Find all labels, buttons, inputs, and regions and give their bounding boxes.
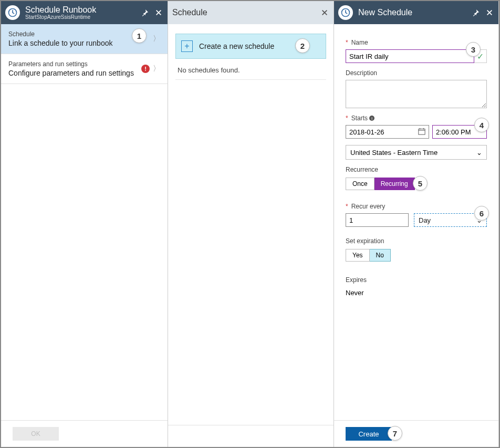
blade-footer [168, 425, 334, 447]
recurrence-label: Recurrence [346, 166, 487, 173]
new-schedule-form: *Name 3 ✓ Description *Starts i 2018-01-… [334, 24, 498, 302]
start-date-value: 2018-01-26 [349, 128, 384, 136]
clock-icon [338, 5, 353, 20]
svg-rect-2 [419, 129, 425, 134]
azure-portal-blades: Schedule Runbook StartStopAzureSsisRunti… [0, 0, 500, 448]
start-date-input[interactable]: 2018-01-26 [346, 125, 429, 139]
chevron-right-icon: 〉 [153, 64, 160, 74]
step-desc: Link a schedule to your runbook [8, 39, 153, 47]
recur-every-label: *Recur every [346, 203, 487, 210]
callout-4: 4 [474, 118, 489, 132]
create-schedule-label: Create a new schedule [199, 42, 274, 50]
info-icon[interactable]: i [369, 116, 374, 121]
step-schedule[interactable]: Schedule Link a schedule to your runbook… [1, 24, 168, 54]
blade-footer: OK [1, 420, 168, 447]
chevron-right-icon: 〉 [153, 34, 160, 44]
description-input[interactable] [346, 80, 487, 108]
recurrence-recurring[interactable]: Recurring [374, 178, 415, 190]
pin-icon[interactable] [472, 9, 480, 16]
blade-header: Schedule Runbook StartStopAzureSsisRunti… [1, 1, 168, 24]
ok-button[interactable]: OK [13, 427, 59, 441]
recur-unit-value: Day [419, 216, 431, 224]
step-desc: Configure parameters and run settings [8, 69, 141, 77]
starts-label: *Starts i [346, 114, 487, 122]
plus-icon: + [181, 40, 193, 52]
timezone-value: United States - Eastern Time [350, 149, 438, 157]
expiration-no[interactable]: No [370, 249, 391, 262]
close-icon[interactable] [155, 9, 162, 16]
no-schedules-text: No schedules found. [168, 66, 334, 74]
callout-5: 5 [413, 176, 428, 191]
recur-value-input[interactable] [346, 213, 409, 227]
calendar-icon[interactable] [418, 128, 425, 137]
blade-title: Schedule Runbook [25, 5, 141, 15]
create-schedule-button[interactable]: + Create a new schedule 2 [175, 34, 326, 59]
name-label: *Name [346, 39, 487, 46]
expiration-yes[interactable]: Yes [346, 249, 370, 262]
close-icon[interactable] [486, 9, 493, 16]
recurrence-once[interactable]: Once [346, 178, 374, 190]
create-button[interactable]: Create [346, 427, 392, 441]
blade-subtitle: StartStopAzureSsisRuntime [25, 14, 141, 20]
callout-1: 1 [132, 28, 147, 43]
divider [175, 79, 326, 80]
error-badge-icon: ! [141, 65, 150, 73]
recurrence-toggle: Once Recurring 5 [346, 178, 487, 190]
clock-icon [5, 5, 20, 20]
close-icon[interactable] [321, 9, 328, 16]
blade-new-schedule: New Schedule *Name 3 ✓ Description *Star… [334, 1, 499, 447]
callout-6: 6 [474, 206, 489, 221]
pin-icon[interactable] [141, 9, 149, 16]
expires-value: Never [346, 289, 487, 297]
timezone-select[interactable]: United States - Eastern Time ⌄ [346, 145, 487, 160]
callout-2: 2 [295, 38, 310, 53]
description-label: Description [346, 69, 487, 77]
blade-title: Schedule [172, 8, 321, 17]
chevron-down-icon: ⌄ [476, 149, 482, 157]
step-parameters[interactable]: Parameters and run settings Configure pa… [1, 54, 168, 84]
blade-schedule: Schedule + Create a new schedule 2 No sc… [168, 1, 334, 447]
expiration-toggle: Yes No [346, 249, 487, 262]
name-input[interactable] [346, 49, 474, 63]
blade-schedule-runbook: Schedule Runbook StartStopAzureSsisRunti… [1, 1, 168, 447]
callout-7: 7 [388, 426, 402, 441]
blade-title: New Schedule [358, 8, 472, 17]
step-label: Parameters and run settings [8, 60, 141, 68]
blade-header: Schedule [168, 1, 334, 24]
set-expiration-label: Set expiration [346, 237, 487, 245]
blade-header: New Schedule [334, 1, 498, 24]
step-label: Schedule [8, 30, 153, 38]
callout-3: 3 [466, 42, 481, 57]
expires-label: Expires [346, 276, 487, 284]
blade-footer: Create 7 [334, 420, 498, 447]
